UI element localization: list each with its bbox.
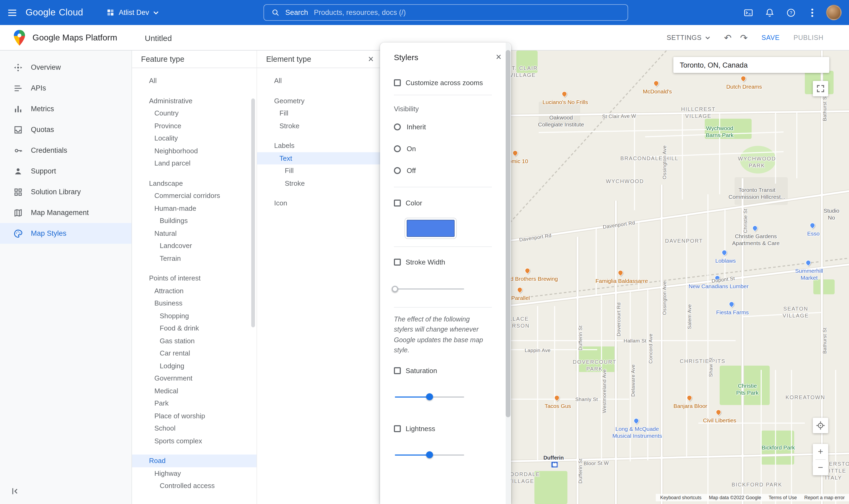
sidebar-item[interactable]: Quotas [0,119,131,140]
topbar: Google Cloud Atlist Dev Search Products,… [0,0,849,25]
maps-pin-logo [14,30,25,46]
zoom-in-button[interactable]: + [813,444,828,459]
feature-type-item[interactable]: Highway [132,467,256,480]
sidebar-item[interactable]: Metrics [0,98,131,119]
element-type-item[interactable]: Icon [257,197,382,210]
feature-type-item[interactable]: Place of worship [132,410,256,422]
slider-thumb[interactable] [426,451,433,458]
feature-type-item[interactable]: Food & drink [132,322,256,335]
collapse-sidebar-button[interactable] [8,485,21,498]
feature-type-item[interactable]: Car rental [132,347,256,360]
more-options-button[interactable] [802,0,823,25]
search-bar[interactable]: Search Products, resources, docs (/) [264,4,628,21]
slider-thumb[interactable] [426,393,433,400]
radio-button[interactable] [394,167,401,174]
feature-type-item[interactable]: All [132,74,256,87]
color-swatch[interactable] [404,218,457,239]
feature-type-item[interactable]: Land parcel [132,157,256,169]
feature-type-item[interactable]: Sports complex [132,434,256,447]
map-search-box[interactable]: Toronto, ON, Canada [673,57,829,73]
map-attribution-link[interactable]: Report a map error [804,495,845,500]
element-type-item[interactable]: Fill [257,107,382,120]
hamburger-menu-button[interactable] [0,0,24,25]
feature-type-item[interactable]: Lodging [132,360,256,372]
google-cloud-logo[interactable]: Google Cloud [25,7,83,18]
map-label: Concord Ave [641,334,654,364]
settings-button[interactable]: SETTINGS [667,34,710,41]
lightness-checkbox[interactable] [394,425,401,432]
feature-type-item[interactable]: Shopping [132,309,256,322]
account-avatar[interactable] [826,5,842,20]
base-map-note: The effect of the following stylers will… [394,314,489,356]
element-type-item[interactable]: Stroke [257,120,382,132]
feature-type-item[interactable]: Park [132,397,256,410]
feature-type-item[interactable]: Landscape [132,177,256,190]
project-switcher[interactable]: Atlist Dev [101,5,164,20]
feature-type-item[interactable]: Controlled access [132,480,256,492]
sidebar-item[interactable]: Overview [0,57,131,78]
fullscreen-button[interactable] [813,81,828,96]
stroke-width-slider[interactable] [395,285,464,293]
help-button[interactable]: ? [780,0,802,25]
feature-type-item[interactable]: Natural [132,227,256,239]
publish-button[interactable]: PUBLISH [793,34,824,41]
feature-type-item[interactable]: Province [132,120,256,132]
feature-type-item[interactable]: Gas station [132,335,256,347]
map-attribution-link[interactable]: Keyboard shortcuts [660,495,701,500]
cloud-shell-button[interactable] [738,0,759,25]
save-button[interactable]: SAVE [761,34,779,41]
feature-type-item[interactable]: Government [132,372,256,384]
feature-type-item[interactable]: Business [132,297,256,309]
element-type-item[interactable]: Fill [257,164,382,177]
radio-button[interactable] [394,145,401,152]
feature-type-item[interactable]: Country [132,107,256,120]
element-type-item[interactable]: All [257,74,382,87]
feature-type-item[interactable]: School [132,422,256,434]
feature-type-item[interactable]: Commercial corridors [132,190,256,202]
lightness-slider[interactable] [395,451,464,458]
slider-thumb[interactable] [392,286,398,292]
my-location-button[interactable] [813,418,828,433]
zoom-out-button[interactable]: − [813,460,828,475]
stroke-width-checkbox[interactable] [394,258,401,265]
customize-across-zooms-row: Customize across zooms [394,76,497,89]
feature-type-item[interactable]: Medical [132,384,256,397]
customize-across-zooms-checkbox[interactable] [394,79,401,86]
radio-button[interactable] [394,123,401,130]
feature-type-item[interactable]: Points of interest [132,272,256,285]
feature-type-item[interactable]: Neighborhood [132,144,256,157]
element-type-item[interactable]: Labels [257,140,382,152]
document-title[interactable]: Untitled [145,25,172,51]
map-attribution-link[interactable]: Map data ©2022 Google [709,495,761,500]
close-element-panel-button[interactable]: × [365,54,377,64]
feature-type-item[interactable]: Attraction [132,285,256,297]
sidebar-item[interactable]: Map Styles [0,223,131,244]
feature-type-item[interactable]: Road [132,454,256,467]
stylers-scrollbar[interactable] [506,50,510,417]
sidebar-item[interactable]: Map Management [0,202,131,223]
notifications-button[interactable] [759,0,780,25]
redo-button[interactable]: ↷ [740,33,748,42]
feature-type-item-label: Points of interest [149,274,201,282]
element-type-item[interactable]: Text [257,152,382,164]
map-canvas[interactable]: ST. CLAIR VILLAGE HILLCREST VILLAGE BRAC… [507,51,849,504]
feature-type-item[interactable]: Buildings [132,215,256,227]
feature-type-item[interactable]: Human-made [132,202,256,215]
color-checkbox[interactable] [394,199,401,206]
element-type-item[interactable]: Geometry [257,94,382,107]
feature-list-scrollbar[interactable] [251,98,255,327]
feature-type-item[interactable]: Administrative [132,94,256,107]
saturation-slider[interactable] [395,393,464,400]
feature-type-item[interactable]: Locality [132,132,256,144]
sidebar-item[interactable]: APIs [0,78,131,98]
sidebar-item[interactable]: Support [0,161,131,181]
map-attribution-link[interactable]: Terms of Use [769,495,797,500]
feature-type-item[interactable]: Terrain [132,252,256,265]
sidebar-item[interactable]: Solution Library [0,181,131,202]
saturation-checkbox[interactable] [394,367,401,374]
sidebar-item[interactable]: Credentials [0,140,131,161]
element-type-item[interactable]: Stroke [257,177,382,190]
undo-button[interactable]: ↶ [724,33,731,42]
close-stylers-button[interactable]: × [493,52,505,62]
feature-type-item[interactable]: Landcover [132,239,256,252]
